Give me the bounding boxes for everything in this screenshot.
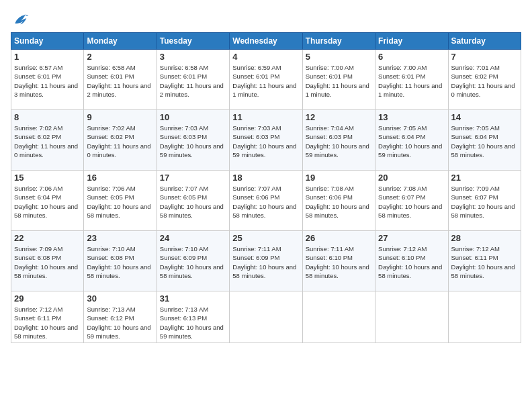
day-info: Sunrise: 6:58 AM Sunset: 6:01 PM Dayligh… [160,63,226,99]
calendar-week-3: 15 Sunrise: 7:06 AM Sunset: 6:04 PM Dayl… [11,171,521,231]
calendar-cell: 27 Sunrise: 7:12 AM Sunset: 6:10 PM Dayl… [375,231,448,291]
day-number: 21 [451,173,518,183]
day-info: Sunrise: 7:13 AM Sunset: 6:13 PM Dayligh… [160,305,226,340]
day-info: Sunrise: 7:03 AM Sunset: 6:03 PM Dayligh… [232,124,299,159]
day-info: Sunrise: 7:11 AM Sunset: 6:10 PM Dayligh… [306,244,372,280]
calendar-cell: 30 Sunrise: 7:13 AM Sunset: 6:12 PM Dayl… [84,291,157,343]
day-number: 31 [160,293,226,304]
calendar-cell: 10 Sunrise: 7:03 AM Sunset: 6:03 PM Dayl… [157,110,229,171]
calendar-dow-friday: Friday [375,33,448,50]
calendar-cell: 14 Sunrise: 7:05 AM Sunset: 6:04 PM Dayl… [448,110,521,171]
day-info: Sunrise: 7:10 AM Sunset: 6:08 PM Dayligh… [87,244,153,280]
day-info: Sunrise: 7:13 AM Sunset: 6:12 PM Dayligh… [87,305,153,340]
calendar-cell: 13 Sunrise: 7:05 AM Sunset: 6:04 PM Dayl… [375,110,448,171]
calendar-cell: 3 Sunrise: 6:58 AM Sunset: 6:01 PM Dayli… [157,50,229,110]
calendar-cell: 28 Sunrise: 7:12 AM Sunset: 6:11 PM Dayl… [448,231,521,291]
day-info: Sunrise: 7:12 AM Sunset: 6:10 PM Dayligh… [378,244,445,280]
day-number: 13 [378,112,445,122]
day-number: 9 [87,112,153,122]
calendar-table: SundayMondayTuesdayWednesdayThursdayFrid… [11,32,521,343]
calendar-cell: 9 Sunrise: 7:02 AM Sunset: 6:02 PM Dayli… [84,110,157,171]
calendar-cell: 5 Sunrise: 7:00 AM Sunset: 6:01 PM Dayli… [302,50,375,110]
day-info: Sunrise: 7:06 AM Sunset: 6:05 PM Dayligh… [87,184,153,220]
day-number: 8 [14,112,81,122]
calendar-dow-sunday: Sunday [11,33,84,50]
calendar-cell: 20 Sunrise: 7:08 AM Sunset: 6:07 PM Dayl… [375,171,448,231]
day-info: Sunrise: 6:59 AM Sunset: 6:01 PM Dayligh… [232,63,299,99]
day-info: Sunrise: 7:02 AM Sunset: 6:02 PM Dayligh… [87,124,153,159]
day-info: Sunrise: 7:11 AM Sunset: 6:09 PM Dayligh… [232,244,299,280]
day-number: 11 [232,112,299,122]
day-info: Sunrise: 7:09 AM Sunset: 6:07 PM Dayligh… [451,184,518,220]
calendar-cell: 6 Sunrise: 7:00 AM Sunset: 6:01 PM Dayli… [375,50,448,110]
calendar-week-1: 1 Sunrise: 6:57 AM Sunset: 6:01 PM Dayli… [11,50,521,110]
day-number: 25 [232,233,299,243]
calendar-cell: 1 Sunrise: 6:57 AM Sunset: 6:01 PM Dayli… [11,50,84,110]
calendar-dow-saturday: Saturday [448,33,521,50]
day-number: 16 [87,173,153,183]
calendar-cell: 25 Sunrise: 7:11 AM Sunset: 6:09 PM Dayl… [230,231,302,291]
calendar-cell [375,291,448,343]
calendar-cell: 24 Sunrise: 7:10 AM Sunset: 6:09 PM Dayl… [157,231,229,291]
day-info: Sunrise: 7:09 AM Sunset: 6:08 PM Dayligh… [14,244,81,280]
day-info: Sunrise: 7:08 AM Sunset: 6:06 PM Dayligh… [306,184,372,220]
logo-icon [11,11,30,30]
calendar-dow-wednesday: Wednesday [230,33,302,50]
calendar-cell: 29 Sunrise: 7:12 AM Sunset: 6:11 PM Dayl… [11,291,84,343]
day-number: 26 [306,233,372,243]
day-info: Sunrise: 7:12 AM Sunset: 6:11 PM Dayligh… [14,305,81,340]
day-number: 17 [160,173,226,183]
day-info: Sunrise: 7:01 AM Sunset: 6:02 PM Dayligh… [451,63,518,99]
day-info: Sunrise: 7:07 AM Sunset: 6:06 PM Dayligh… [232,184,299,220]
day-number: 10 [160,112,226,122]
day-number: 12 [306,112,372,122]
day-info: Sunrise: 7:06 AM Sunset: 6:04 PM Dayligh… [14,184,81,220]
calendar-cell: 21 Sunrise: 7:09 AM Sunset: 6:07 PM Dayl… [448,171,521,231]
day-info: Sunrise: 6:58 AM Sunset: 6:01 PM Dayligh… [87,63,153,99]
calendar-cell: 16 Sunrise: 7:06 AM Sunset: 6:05 PM Dayl… [84,171,157,231]
calendar-cell: 11 Sunrise: 7:03 AM Sunset: 6:03 PM Dayl… [230,110,302,171]
page-header [11,11,521,30]
calendar-week-4: 22 Sunrise: 7:09 AM Sunset: 6:08 PM Dayl… [11,231,521,291]
calendar-cell: 12 Sunrise: 7:04 AM Sunset: 6:03 PM Dayl… [302,110,375,171]
calendar-week-5: 29 Sunrise: 7:12 AM Sunset: 6:11 PM Dayl… [11,291,521,343]
day-info: Sunrise: 7:08 AM Sunset: 6:07 PM Dayligh… [378,184,445,220]
day-number: 28 [451,233,518,243]
day-number: 27 [378,233,445,243]
calendar-dow-tuesday: Tuesday [157,33,229,50]
calendar-cell: 8 Sunrise: 7:02 AM Sunset: 6:02 PM Dayli… [11,110,84,171]
calendar-cell: 22 Sunrise: 7:09 AM Sunset: 6:08 PM Dayl… [11,231,84,291]
day-number: 30 [87,293,153,304]
calendar-cell: 23 Sunrise: 7:10 AM Sunset: 6:08 PM Dayl… [84,231,157,291]
day-number: 24 [160,233,226,243]
day-number: 6 [378,52,445,62]
day-number: 5 [306,52,372,62]
calendar-cell: 26 Sunrise: 7:11 AM Sunset: 6:10 PM Dayl… [302,231,375,291]
day-info: Sunrise: 7:05 AM Sunset: 6:04 PM Dayligh… [378,124,445,159]
logo [11,11,32,30]
calendar-cell: 2 Sunrise: 6:58 AM Sunset: 6:01 PM Dayli… [84,50,157,110]
calendar-cell: 17 Sunrise: 7:07 AM Sunset: 6:05 PM Dayl… [157,171,229,231]
calendar-week-2: 8 Sunrise: 7:02 AM Sunset: 6:02 PM Dayli… [11,110,521,171]
calendar-dow-monday: Monday [84,33,157,50]
calendar-cell: 18 Sunrise: 7:07 AM Sunset: 6:06 PM Dayl… [230,171,302,231]
day-info: Sunrise: 7:00 AM Sunset: 6:01 PM Dayligh… [378,63,445,99]
day-number: 2 [87,52,153,62]
day-info: Sunrise: 7:05 AM Sunset: 6:04 PM Dayligh… [451,124,518,159]
day-info: Sunrise: 7:04 AM Sunset: 6:03 PM Dayligh… [306,124,372,159]
day-number: 1 [14,52,81,62]
day-info: Sunrise: 7:10 AM Sunset: 6:09 PM Dayligh… [160,244,226,280]
day-number: 7 [451,52,518,62]
calendar-cell: 31 Sunrise: 7:13 AM Sunset: 6:13 PM Dayl… [157,291,229,343]
day-info: Sunrise: 7:03 AM Sunset: 6:03 PM Dayligh… [160,124,226,159]
calendar-header-row: SundayMondayTuesdayWednesdayThursdayFrid… [11,33,521,50]
day-info: Sunrise: 7:00 AM Sunset: 6:01 PM Dayligh… [306,63,372,99]
calendar-cell: 7 Sunrise: 7:01 AM Sunset: 6:02 PM Dayli… [448,50,521,110]
day-info: Sunrise: 7:12 AM Sunset: 6:11 PM Dayligh… [451,244,518,280]
day-info: Sunrise: 7:02 AM Sunset: 6:02 PM Dayligh… [14,124,81,159]
day-number: 3 [160,52,226,62]
calendar-cell [448,291,521,343]
day-number: 18 [232,173,299,183]
day-number: 15 [14,173,81,183]
day-number: 19 [306,173,372,183]
